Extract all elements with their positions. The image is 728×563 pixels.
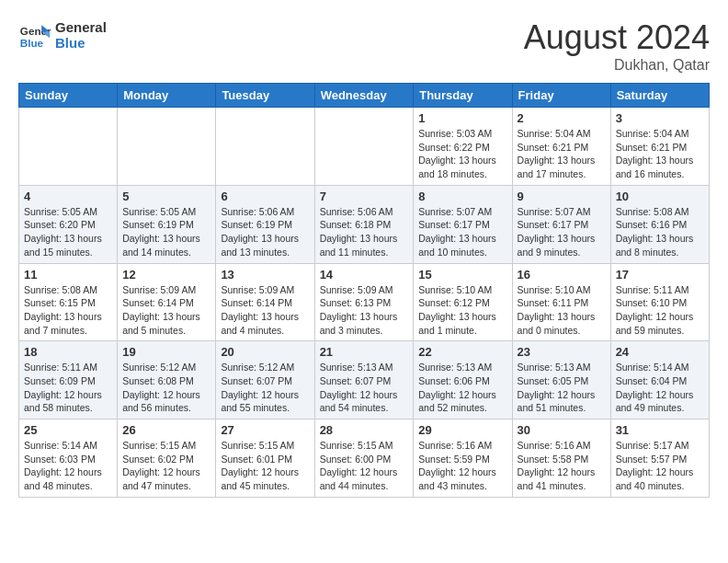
day-info: Sunrise: 5:13 AM Sunset: 6:07 PM Dayligh…: [320, 361, 409, 415]
calendar-cell: [216, 108, 314, 186]
day-number: 25: [24, 423, 112, 437]
weekday-header-saturday: Saturday: [610, 84, 709, 108]
day-number: 8: [418, 190, 506, 203]
calendar-cell: 25Sunrise: 5:14 AM Sunset: 6:03 PM Dayli…: [19, 419, 118, 498]
day-info: Sunrise: 5:12 AM Sunset: 6:07 PM Dayligh…: [221, 361, 309, 415]
day-info: Sunrise: 5:17 AM Sunset: 5:57 PM Dayligh…: [616, 439, 704, 493]
day-number: 1: [418, 111, 506, 125]
day-number: 17: [616, 268, 704, 282]
day-number: 3: [616, 111, 704, 125]
calendar-cell: 21Sunrise: 5:13 AM Sunset: 6:07 PM Dayli…: [314, 341, 414, 419]
day-info: Sunrise: 5:15 AM Sunset: 6:01 PM Dayligh…: [221, 439, 309, 493]
week-row-3: 11Sunrise: 5:08 AM Sunset: 6:15 PM Dayli…: [19, 263, 710, 341]
day-info: Sunrise: 5:07 AM Sunset: 6:17 PM Dayligh…: [518, 205, 606, 259]
day-number: 13: [221, 268, 309, 282]
day-number: 9: [518, 190, 606, 203]
calendar-cell: 28Sunrise: 5:15 AM Sunset: 6:00 PM Dayli…: [314, 419, 414, 498]
day-number: 15: [418, 268, 506, 282]
day-number: 14: [320, 268, 409, 282]
weekday-header-monday: Monday: [118, 84, 216, 108]
day-number: 18: [24, 345, 112, 359]
day-number: 29: [418, 423, 506, 437]
day-info: Sunrise: 5:05 AM Sunset: 6:20 PM Dayligh…: [24, 205, 112, 259]
title-block: August 2024 Dukhan, Qatar: [524, 18, 710, 74]
calendar-cell: [19, 108, 118, 186]
day-info: Sunrise: 5:12 AM Sunset: 6:08 PM Dayligh…: [122, 361, 210, 415]
day-info: Sunrise: 5:09 AM Sunset: 6:14 PM Dayligh…: [122, 283, 210, 338]
page-header: General Blue General Blue August 2024 Du…: [18, 18, 710, 74]
day-number: 19: [122, 345, 210, 359]
day-number: 28: [320, 423, 409, 437]
week-row-1: 1Sunrise: 5:03 AM Sunset: 6:22 PM Daylig…: [19, 108, 710, 186]
day-number: 30: [518, 423, 606, 437]
week-row-4: 18Sunrise: 5:11 AM Sunset: 6:09 PM Dayli…: [19, 341, 710, 419]
weekday-header-sunday: Sunday: [19, 84, 118, 108]
day-info: Sunrise: 5:10 AM Sunset: 6:12 PM Dayligh…: [418, 283, 506, 338]
svg-text:Blue: Blue: [20, 37, 44, 49]
day-info: Sunrise: 5:14 AM Sunset: 6:04 PM Dayligh…: [616, 361, 704, 415]
calendar-cell: 7Sunrise: 5:06 AM Sunset: 6:18 PM Daylig…: [314, 185, 414, 263]
month-title: August 2024: [524, 18, 710, 57]
day-info: Sunrise: 5:16 AM Sunset: 5:59 PM Dayligh…: [418, 439, 506, 493]
location-title: Dukhan, Qatar: [524, 57, 710, 74]
calendar-cell: 15Sunrise: 5:10 AM Sunset: 6:12 PM Dayli…: [414, 263, 512, 341]
day-info: Sunrise: 5:08 AM Sunset: 6:15 PM Dayligh…: [24, 283, 112, 338]
calendar-cell: 29Sunrise: 5:16 AM Sunset: 5:59 PM Dayli…: [414, 419, 512, 498]
calendar-cell: 4Sunrise: 5:05 AM Sunset: 6:20 PM Daylig…: [19, 185, 118, 263]
day-number: 6: [221, 190, 309, 203]
day-info: Sunrise: 5:14 AM Sunset: 6:03 PM Dayligh…: [24, 439, 112, 493]
calendar-cell: 31Sunrise: 5:17 AM Sunset: 5:57 PM Dayli…: [610, 419, 709, 498]
day-info: Sunrise: 5:10 AM Sunset: 6:11 PM Dayligh…: [518, 283, 606, 338]
day-number: 11: [24, 268, 112, 282]
calendar-table: SundayMondayTuesdayWednesdayThursdayFrid…: [18, 83, 710, 498]
weekday-header-tuesday: Tuesday: [216, 84, 314, 108]
day-info: Sunrise: 5:15 AM Sunset: 6:00 PM Dayligh…: [320, 439, 409, 493]
day-number: 22: [418, 345, 506, 359]
weekday-header-friday: Friday: [512, 84, 610, 108]
day-number: 5: [122, 190, 210, 203]
calendar-cell: 1Sunrise: 5:03 AM Sunset: 6:22 PM Daylig…: [414, 108, 512, 186]
day-number: 27: [221, 423, 309, 437]
day-number: 2: [518, 111, 606, 125]
logo-icon: General Blue: [18, 18, 51, 52]
week-row-5: 25Sunrise: 5:14 AM Sunset: 6:03 PM Dayli…: [19, 419, 710, 498]
calendar-cell: 6Sunrise: 5:06 AM Sunset: 6:19 PM Daylig…: [216, 185, 314, 263]
day-info: Sunrise: 5:13 AM Sunset: 6:06 PM Dayligh…: [418, 361, 506, 415]
calendar-cell: 20Sunrise: 5:12 AM Sunset: 6:07 PM Dayli…: [216, 341, 314, 419]
day-info: Sunrise: 5:06 AM Sunset: 6:18 PM Dayligh…: [320, 205, 409, 259]
calendar-cell: 22Sunrise: 5:13 AM Sunset: 6:06 PM Dayli…: [414, 341, 512, 419]
day-number: 16: [518, 268, 606, 282]
day-number: 12: [122, 268, 210, 282]
day-info: Sunrise: 5:03 AM Sunset: 6:22 PM Dayligh…: [418, 127, 506, 181]
day-number: 7: [320, 190, 409, 203]
day-info: Sunrise: 5:09 AM Sunset: 6:14 PM Dayligh…: [221, 283, 309, 338]
day-info: Sunrise: 5:16 AM Sunset: 5:58 PM Dayligh…: [518, 439, 606, 493]
calendar-cell: 19Sunrise: 5:12 AM Sunset: 6:08 PM Dayli…: [118, 341, 216, 419]
calendar-cell: 23Sunrise: 5:13 AM Sunset: 6:05 PM Dayli…: [512, 341, 610, 419]
weekday-header-wednesday: Wednesday: [314, 84, 414, 108]
calendar-cell: 13Sunrise: 5:09 AM Sunset: 6:14 PM Dayli…: [216, 263, 314, 341]
calendar-cell: 26Sunrise: 5:15 AM Sunset: 6:02 PM Dayli…: [118, 419, 216, 498]
day-info: Sunrise: 5:11 AM Sunset: 6:09 PM Dayligh…: [24, 361, 112, 415]
day-info: Sunrise: 5:07 AM Sunset: 6:17 PM Dayligh…: [418, 205, 506, 259]
week-row-2: 4Sunrise: 5:05 AM Sunset: 6:20 PM Daylig…: [19, 185, 710, 263]
calendar-body: 1Sunrise: 5:03 AM Sunset: 6:22 PM Daylig…: [19, 108, 710, 498]
calendar-cell: 27Sunrise: 5:15 AM Sunset: 6:01 PM Dayli…: [216, 419, 314, 498]
calendar-cell: 16Sunrise: 5:10 AM Sunset: 6:11 PM Dayli…: [512, 263, 610, 341]
day-info: Sunrise: 5:09 AM Sunset: 6:13 PM Dayligh…: [320, 283, 409, 338]
day-info: Sunrise: 5:05 AM Sunset: 6:19 PM Dayligh…: [122, 205, 210, 259]
day-number: 10: [616, 190, 704, 203]
calendar-cell: 24Sunrise: 5:14 AM Sunset: 6:04 PM Dayli…: [610, 341, 709, 419]
calendar-cell: 18Sunrise: 5:11 AM Sunset: 6:09 PM Dayli…: [19, 341, 118, 419]
weekday-header-thursday: Thursday: [414, 84, 512, 108]
calendar-cell: 9Sunrise: 5:07 AM Sunset: 6:17 PM Daylig…: [512, 185, 610, 263]
calendar-cell: 11Sunrise: 5:08 AM Sunset: 6:15 PM Dayli…: [19, 263, 118, 341]
day-info: Sunrise: 5:11 AM Sunset: 6:10 PM Dayligh…: [616, 283, 704, 338]
day-info: Sunrise: 5:06 AM Sunset: 6:19 PM Dayligh…: [221, 205, 309, 259]
day-number: 21: [320, 345, 409, 359]
calendar-cell: 10Sunrise: 5:08 AM Sunset: 6:16 PM Dayli…: [610, 185, 709, 263]
calendar-cell: [314, 108, 414, 186]
calendar-cell: 2Sunrise: 5:04 AM Sunset: 6:21 PM Daylig…: [512, 108, 610, 186]
day-info: Sunrise: 5:15 AM Sunset: 6:02 PM Dayligh…: [122, 439, 210, 493]
weekday-header-row: SundayMondayTuesdayWednesdayThursdayFrid…: [19, 84, 710, 108]
